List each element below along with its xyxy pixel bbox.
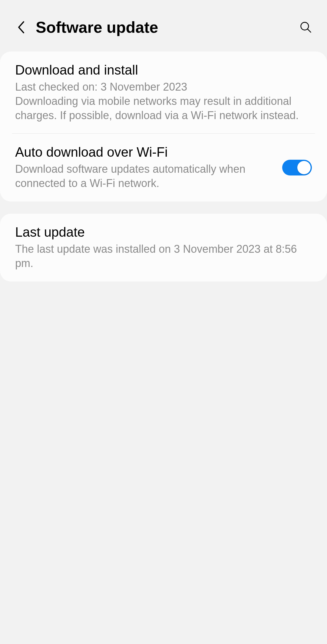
header: Software update — [0, 0, 327, 52]
search-button[interactable] — [300, 21, 312, 33]
toggle-thumb — [297, 161, 311, 174]
back-icon — [17, 21, 25, 34]
auto-download-content: Auto download over Wi-Fi Download softwa… — [15, 145, 273, 191]
last-update-description: The last update was installed on 3 Novem… — [15, 242, 312, 271]
download-install-title: Download and install — [15, 62, 312, 78]
download-install-description: Last checked on: 3 November 2023 Downloa… — [15, 80, 312, 122]
settings-card-2: Last update The last update was installe… — [0, 214, 327, 282]
auto-download-description: Download software updates automatically … — [15, 162, 273, 191]
download-install-item[interactable]: Download and install Last checked on: 3 … — [0, 52, 327, 133]
page-title: Software update — [36, 18, 300, 36]
last-update-title: Last update — [15, 225, 312, 240]
auto-download-title: Auto download over Wi-Fi — [15, 145, 273, 160]
auto-download-item[interactable]: Auto download over Wi-Fi Download softwa… — [0, 134, 327, 202]
settings-card-1: Download and install Last checked on: 3 … — [0, 52, 327, 202]
back-button[interactable] — [15, 21, 27, 33]
search-icon — [300, 21, 312, 34]
auto-download-toggle[interactable] — [282, 160, 312, 175]
last-update-item[interactable]: Last update The last update was installe… — [0, 214, 327, 282]
